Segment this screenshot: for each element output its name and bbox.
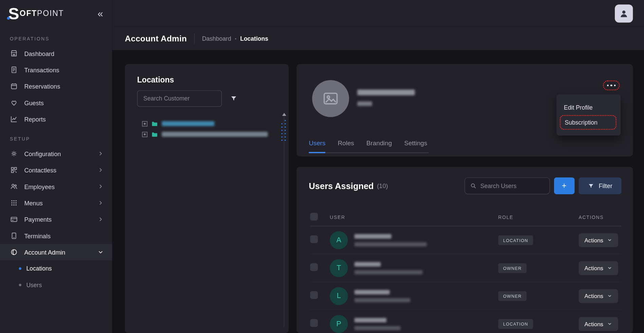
sidebar-item-payments[interactable]: Payments <box>0 211 112 227</box>
gear-icon <box>10 149 18 158</box>
expand-icon[interactable]: + <box>142 132 148 137</box>
people-icon <box>10 182 18 190</box>
tree-item[interactable]: + <box>142 118 289 129</box>
menu-item-edit-profile[interactable]: Edit Profile <box>556 100 621 115</box>
row-checkbox[interactable] <box>310 263 318 271</box>
breadcrumb-dashboard[interactable]: Dashboard <box>202 35 231 42</box>
image-placeholder-icon <box>321 90 339 108</box>
users-count: (10) <box>377 182 388 189</box>
role-badge: LOCATION <box>498 319 533 329</box>
chevron-right-icon <box>97 183 104 190</box>
sidebar-item-terminals[interactable]: Terminals <box>0 227 112 244</box>
divider <box>194 33 195 44</box>
sidebar-subitem-locations[interactable]: Locations <box>0 260 112 277</box>
bullet-icon <box>19 267 21 270</box>
folder-icon <box>151 120 158 127</box>
tab-branding[interactable]: Branding <box>366 140 392 152</box>
sidebar-subitem-label: Users <box>26 282 42 288</box>
sidebar-item-employees[interactable]: Employees <box>0 178 112 195</box>
col-header-role: ROLE <box>498 215 578 220</box>
scrollbar-thumb[interactable] <box>281 123 283 141</box>
actions-dropdown-button[interactable]: Actions <box>579 317 618 331</box>
bullet-icon <box>19 284 21 286</box>
section-label-setup: SETUP <box>0 127 112 145</box>
sidebar-subitem-users[interactable]: Users <box>0 277 112 293</box>
sidebar-collapse-icon[interactable]: « <box>97 10 103 18</box>
tab-settings[interactable]: Settings <box>404 140 427 152</box>
sidebar: S OFT POINT « OPERATIONS Dashboard Trans… <box>0 0 112 333</box>
sidebar-item-configuration[interactable]: Configuration <box>0 145 112 162</box>
sidebar-item-label: Terminals <box>24 232 51 239</box>
receipt-icon <box>10 66 18 74</box>
col-header-actions: ACTIONS <box>579 215 622 220</box>
card-icon <box>10 215 18 223</box>
users-assigned-panel: Users Assigned (10) + Filter <box>296 167 633 333</box>
col-header-user: USER <box>330 215 498 220</box>
person-icon <box>619 8 629 19</box>
sidebar-item-reports[interactable]: Reports <box>0 111 112 127</box>
tab-users[interactable]: Users <box>309 140 326 153</box>
globe-icon <box>10 248 18 256</box>
chevron-right-icon <box>97 216 104 222</box>
filter-funnel-icon <box>588 183 594 189</box>
redacted-user-name <box>354 234 391 238</box>
sidebar-item-label: Menus <box>24 199 42 206</box>
filter-funnel-icon[interactable] <box>230 95 237 102</box>
sidebar-item-contactless[interactable]: Contactless <box>0 162 112 178</box>
sidebar-item-guests[interactable]: Guests <box>0 94 112 111</box>
redacted-user-name <box>354 262 381 266</box>
user-initial-avatar: T <box>330 259 348 277</box>
filter-button[interactable]: Filter <box>578 178 621 195</box>
sidebar-item-label: Transactions <box>24 66 59 73</box>
actions-dropdown-button[interactable]: Actions <box>579 289 618 303</box>
row-checkbox[interactable] <box>310 291 318 299</box>
sidebar-item-account-admin[interactable]: Account Admin <box>0 244 112 260</box>
chevron-down-icon <box>607 265 612 271</box>
user-avatar[interactable] <box>615 4 633 22</box>
actions-dropdown-button[interactable]: Actions <box>579 233 618 247</box>
tree-item[interactable]: + <box>142 129 289 140</box>
more-options-icon[interactable] <box>607 84 615 87</box>
scroll-up-icon[interactable] <box>282 113 286 116</box>
row-checkbox[interactable] <box>310 319 318 327</box>
tab-roles[interactable]: Roles <box>338 140 354 152</box>
locations-title: Locations <box>125 64 289 85</box>
menu-item-subscription[interactable]: Subscription <box>560 115 617 130</box>
search-customer-input[interactable] <box>137 90 222 107</box>
sidebar-item-reservations[interactable]: Reservations <box>0 78 112 94</box>
profile-tabs: Users Roles Branding Settings <box>309 140 429 153</box>
breadcrumb-locations: Locations <box>240 35 268 42</box>
chevron-right-icon <box>97 150 104 157</box>
context-menu: Edit Profile Subscription <box>556 94 621 135</box>
tablet-icon <box>10 232 18 240</box>
user-initial-avatar: P <box>330 315 348 333</box>
table-row: T OWNER Actions <box>310 254 621 282</box>
folder-icon <box>151 131 158 138</box>
sidebar-item-transactions[interactable]: Transactions <box>0 61 112 78</box>
brand-logo[interactable]: S OFT POINT <box>8 5 64 22</box>
actions-dropdown-button[interactable]: Actions <box>579 261 618 275</box>
row-checkbox[interactable] <box>310 235 318 243</box>
sidebar-item-dashboard[interactable]: Dashboard <box>0 45 112 61</box>
table-row: P LOCATION Actions <box>310 310 621 333</box>
user-initial-avatar: A <box>330 231 348 249</box>
search-users-input[interactable] <box>480 183 545 189</box>
sidebar-item-menus[interactable]: Menus <box>0 195 112 211</box>
scrollbar-track[interactable] <box>283 112 285 327</box>
sidebar-item-label: Reports <box>24 116 46 123</box>
scrollbar-thumb[interactable] <box>284 120 286 141</box>
calendar-icon <box>10 82 18 90</box>
sidebar-item-label: Reservations <box>24 83 60 90</box>
page-title: Account Admin <box>125 34 187 43</box>
redacted-user-email <box>354 298 410 302</box>
redacted-user-email <box>354 326 400 330</box>
table-row: L OWNER Actions <box>310 282 621 310</box>
sidebar-subitem-label: Locations <box>26 265 52 272</box>
expand-icon[interactable]: + <box>142 121 148 126</box>
role-badge: OWNER <box>498 291 527 301</box>
sidebar-item-label: Payments <box>24 216 52 223</box>
select-all-checkbox[interactable] <box>310 213 318 221</box>
add-user-button[interactable]: + <box>554 178 574 195</box>
app: S OFT POINT « OPERATIONS Dashboard Trans… <box>0 0 644 333</box>
grid-icon <box>10 199 18 207</box>
